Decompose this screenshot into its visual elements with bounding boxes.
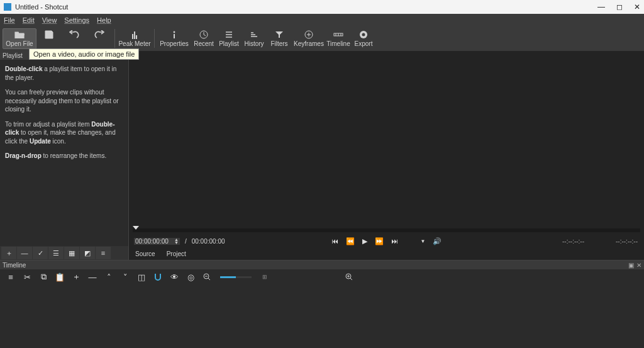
history-icon — [249, 30, 259, 39]
skip-previous-icon[interactable]: ⏮ — [331, 237, 338, 245]
menu-file[interactable]: File — [4, 16, 15, 24]
current-time-spinner[interactable]: ▲▼ — [134, 238, 180, 245]
redo-button[interactable]: R — [87, 29, 112, 48]
volume-icon[interactable]: 🔊 — [433, 237, 441, 245]
export-button[interactable]: Export — [351, 29, 376, 48]
menu-view[interactable]: View — [42, 16, 57, 24]
save-icon — [44, 30, 54, 39]
menu-settings[interactable]: Settings — [64, 16, 89, 24]
preview-panel: ▲▼ / 00:00:00:00 ⏮ ⏪ ▶ ⏩ ⏭ ▼ 🔊 --:--:--:… — [129, 51, 644, 260]
recent-button[interactable]: Recent — [191, 29, 216, 48]
titlebar-left: Untitled - Shotcut — [4, 3, 68, 11]
app-window: Untitled - Shotcut — ◻ ✕ File Edit View … — [0, 0, 644, 348]
remove-icon[interactable]: — — [87, 271, 98, 283]
main-toolbar: Open File S U R Peak Meter Properties Re… — [0, 26, 644, 51]
export-icon — [358, 30, 369, 39]
current-time-input[interactable] — [135, 238, 173, 245]
zoom-fit-icon[interactable]: ▼ — [421, 239, 426, 244]
undo-button[interactable]: U — [62, 29, 87, 48]
export-label: Export — [355, 40, 373, 47]
properties-button[interactable]: Properties — [157, 29, 191, 48]
app-logo-icon — [4, 3, 11, 11]
open-file-tooltip: Open a video, audio or image file — [29, 48, 139, 60]
rewind-icon[interactable]: ⏪ — [346, 237, 355, 245]
playlist-update-button[interactable]: ✓ — [33, 247, 48, 259]
timeline-tracks[interactable] — [0, 284, 644, 348]
close-panel-icon[interactable]: ✕ — [636, 262, 641, 269]
timeline-panel: Timeline ▣ ✕ ≡ ✂ ⧉ 📋 ＋ — ˄ ˅ ◫ 👁 ◎ ⊞ — [0, 260, 644, 348]
in-point-timecode: --:--:--:-- — [562, 238, 584, 245]
timeline-panel-header: Timeline ▣ ✕ — [0, 261, 644, 269]
window-title: Untitled - Shotcut — [15, 3, 68, 11]
peak-meter-button[interactable]: Peak Meter — [118, 29, 152, 48]
playlist-button[interactable]: Playlist — [216, 29, 242, 48]
filters-button[interactable]: Filters — [267, 29, 292, 48]
paste-icon[interactable]: 📋 — [54, 271, 65, 283]
svg-point-5 — [174, 31, 175, 33]
play-icon[interactable]: ▶ — [362, 237, 367, 245]
info-icon — [169, 30, 179, 39]
playlist-menu-button[interactable]: ≡ — [96, 247, 111, 259]
scrub-audio-icon[interactable]: 👁 — [169, 271, 180, 283]
history-button[interactable]: History — [242, 29, 267, 48]
playlist-add-button[interactable]: ＋ — [1, 247, 16, 259]
peak-meter-label: Peak Meter — [118, 40, 150, 47]
ripple-icon[interactable]: ◎ — [185, 271, 196, 283]
save-button[interactable]: S — [36, 29, 62, 48]
filters-label: Filters — [270, 40, 287, 47]
zoom-out-icon[interactable] — [201, 271, 213, 283]
svg-rect-6 — [174, 34, 175, 38]
append-icon[interactable]: ＋ — [70, 271, 82, 283]
playlist-view-detailed-button[interactable]: ☰ — [48, 247, 64, 259]
menu-bar: File Edit View Settings Help — [0, 14, 644, 26]
undo-icon — [69, 30, 79, 39]
menu-edit[interactable]: Edit — [23, 16, 35, 24]
keyframes-label: Keyframes — [294, 40, 324, 47]
history-label: History — [244, 40, 264, 47]
zoom-slider[interactable] — [220, 276, 252, 278]
open-file-button[interactable]: Open File — [3, 28, 36, 49]
minimize-button[interactable]: — — [597, 3, 605, 11]
timeline-icon — [333, 30, 343, 39]
scrub-bar[interactable] — [133, 228, 640, 232]
preview-tabs: Source Project — [129, 247, 644, 260]
open-file-label: Open File — [6, 40, 33, 47]
playlist-help-text: Double-click a playlist item to open it … — [0, 60, 128, 246]
cut-icon[interactable]: ✂ — [21, 271, 33, 283]
copy-icon[interactable]: ⧉ — [38, 271, 49, 283]
lift-icon[interactable]: ˄ — [103, 271, 114, 283]
float-panel-icon[interactable]: ▣ — [628, 262, 634, 269]
meter-icon — [130, 30, 140, 39]
svg-rect-2 — [132, 34, 133, 39]
total-time: 00:00:00:00 — [192, 238, 225, 245]
timeline-panel-title: Timeline — [3, 262, 26, 269]
timeline-menu-icon[interactable]: ≡ — [5, 271, 16, 283]
zoom-in-icon[interactable] — [343, 271, 355, 283]
fast-forward-icon[interactable]: ⏩ — [375, 237, 384, 245]
properties-label: Properties — [160, 40, 189, 47]
out-point-timecode: --:--:--:-- — [616, 238, 638, 245]
recent-label: Recent — [194, 40, 214, 47]
tab-project[interactable]: Project — [167, 250, 186, 257]
skip-next-icon[interactable]: ⏭ — [391, 237, 398, 245]
split-icon[interactable]: ◫ — [136, 271, 147, 283]
menu-help[interactable]: Help — [97, 16, 111, 24]
timeline-button[interactable]: Timeline — [326, 29, 351, 48]
svg-point-11 — [362, 33, 365, 36]
window-controls: — ◻ ✕ — [597, 3, 640, 11]
zoom-level-icon[interactable]: ⊞ — [259, 271, 270, 283]
maximize-button[interactable]: ◻ — [616, 3, 623, 11]
in-out-timecodes: --:--:--:-- --:--:--:-- — [562, 238, 638, 245]
tab-source[interactable]: Source — [135, 250, 155, 257]
overwrite-icon[interactable]: ˅ — [119, 271, 131, 283]
toolbar-separator — [114, 29, 115, 48]
close-button[interactable]: ✕ — [634, 3, 640, 11]
svg-rect-0 — [47, 31, 50, 33]
playlist-view-tiles-button[interactable]: ▦ — [64, 247, 79, 259]
playlist-view-icons-button[interactable]: ◩ — [80, 247, 95, 259]
keyframes-button[interactable]: Keyframes — [292, 29, 326, 48]
snap-icon[interactable] — [152, 271, 164, 283]
timeline-label: Timeline — [326, 40, 350, 47]
timeline-panel-controls: ▣ ✕ — [628, 262, 641, 269]
playlist-remove-button[interactable]: — — [17, 247, 32, 259]
